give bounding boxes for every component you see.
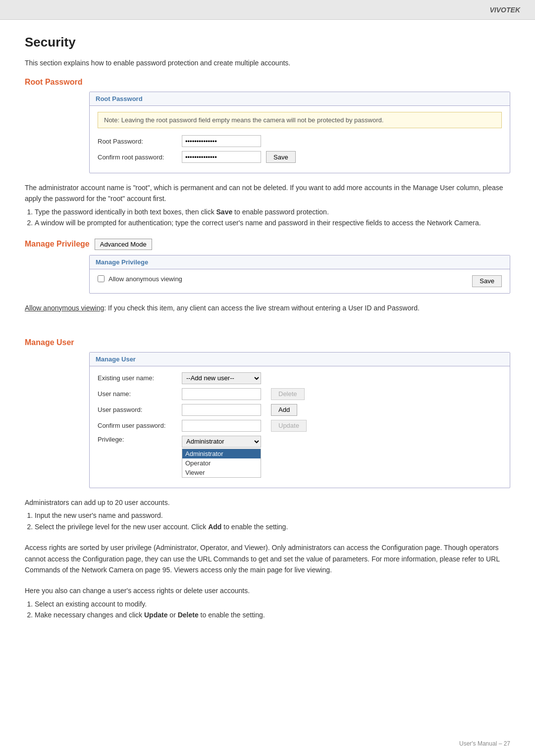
manage-user-section: Manage User Manage User Existing user na…: [25, 338, 510, 488]
privilege-control: Administrator Operator Viewer Administra…: [182, 436, 261, 478]
existing-user-label: Existing user name:: [98, 374, 182, 382]
root-password-save-button[interactable]: Save: [266, 151, 296, 163]
manage-user-panel-header: Manage User: [90, 353, 510, 366]
allow-anon-row: Allow anonymous viewing: [98, 275, 182, 283]
root-password-panel-header: Root Password: [90, 92, 510, 106]
root-password-row: Root Password:: [98, 135, 502, 147]
root-password-step-2: A window will be prompted for authentica…: [35, 217, 510, 228]
root-password-input[interactable]: [182, 135, 261, 147]
confirm-root-password-row: Confirm root password: Save: [98, 151, 502, 163]
existing-user-row: Existing user name: --Add new user--: [98, 372, 502, 384]
privilege-row: Privilege: Administrator Operator Viewer…: [98, 436, 502, 478]
manage-user-desc3: Here you also can change a user's access…: [25, 585, 510, 596]
main-content: Security This section explains how to en…: [0, 20, 535, 650]
anon-desc: Allow anonymous viewing: If you check th…: [25, 302, 510, 313]
privilege-list-viewer[interactable]: Viewer: [182, 468, 261, 477]
brand-logo: VIVOTEK: [490, 6, 520, 14]
manage-privilege-header: Manage Privilege Advanced Mode: [25, 239, 510, 250]
root-password-desc-text: The administrator account name is "root"…: [25, 182, 510, 204]
privilege-label: Privilege:: [98, 436, 182, 443]
add-button[interactable]: Add: [271, 404, 297, 416]
manage-privilege-save-button[interactable]: Save: [472, 275, 502, 287]
allow-anon-label: Allow anonymous viewing: [108, 275, 182, 283]
manage-user-step2-1: Select an existing account to modify.: [35, 599, 510, 609]
privilege-save-row: Allow anonymous viewing Save: [98, 275, 502, 287]
advanced-mode-button[interactable]: Advanced Mode: [95, 239, 152, 250]
manage-user-desc2: Access rights are sorted by user privile…: [25, 542, 510, 575]
manage-user-desc3-block: Here you also can change a user's access…: [25, 585, 510, 620]
user-name-row: User name: Delete: [98, 388, 502, 400]
manage-user-desc1: Administrators can add up to 20 user acc…: [25, 497, 510, 508]
manage-user-desc2-block: Access rights are sorted by user privile…: [25, 542, 510, 575]
anon-desc-underline: Allow anonymous viewing: [25, 304, 104, 312]
privilege-list-admin[interactable]: Administrator: [182, 449, 261, 458]
add-button-col: Add: [266, 404, 297, 416]
privilege-listbox[interactable]: Administrator Operator Viewer: [182, 449, 261, 478]
manage-privilege-panel: Manage Privilege Allow anonymous viewing…: [89, 255, 510, 294]
confirm-root-password-input[interactable]: [182, 151, 261, 163]
root-password-label: Root Password:: [98, 138, 182, 145]
manage-user-panel: Manage User Existing user name: --Add ne…: [89, 352, 510, 488]
user-buttons: Delete: [266, 388, 305, 400]
root-password-steps: Type the password identically in both te…: [35, 206, 510, 229]
allow-anon-checkbox[interactable]: [98, 275, 105, 282]
confirm-root-password-label: Confirm root password:: [98, 153, 182, 161]
update-button[interactable]: Update: [271, 420, 307, 432]
root-password-step-1: Type the password identically in both te…: [35, 206, 510, 217]
manage-user-step1-2: Select the privilege level for the new u…: [35, 521, 510, 532]
privilege-select[interactable]: Administrator Operator Viewer: [182, 436, 261, 448]
page-title: Security: [25, 35, 510, 50]
manage-user-panel-body: Existing user name: --Add new user-- Use…: [90, 366, 510, 488]
root-password-panel: Root Password Note: Leaving the root pas…: [89, 92, 510, 173]
update-button-col: Update: [266, 420, 307, 432]
manage-user-step1-1: Input the new user's name and password.: [35, 510, 510, 521]
manage-user-step2-2: Make necessary changes and click Update …: [35, 609, 510, 620]
footer-note: User's Manual – 27: [459, 740, 510, 747]
user-password-row: User password: Add: [98, 404, 502, 416]
manage-user-desc1-block: Administrators can add up to 20 user acc…: [25, 497, 510, 532]
user-name-label: User name:: [98, 390, 182, 398]
manage-user-steps2: Select an existing account to modify. Ma…: [35, 599, 510, 621]
root-password-note: Note: Leaving the root password field em…: [98, 112, 502, 128]
confirm-user-password-row: Confirm user password: Update: [98, 420, 502, 432]
root-password-panel-body: Note: Leaving the root password field em…: [90, 106, 510, 173]
manage-user-section-title: Manage User: [25, 338, 510, 347]
confirm-user-password-input[interactable]: [182, 420, 261, 432]
user-password-label: User password:: [98, 406, 182, 413]
user-name-input[interactable]: [182, 388, 261, 400]
top-bar: VIVOTEK: [0, 0, 535, 20]
confirm-user-password-label: Confirm user password:: [98, 422, 182, 429]
intro-text: This section explains how to enable pass…: [25, 59, 510, 67]
delete-button[interactable]: Delete: [271, 388, 305, 400]
manage-privilege-panel-body: Allow anonymous viewing Save: [90, 269, 510, 293]
manage-privilege-panel-header: Manage Privilege: [90, 255, 510, 269]
manage-user-steps1: Input the new user's name and password. …: [35, 510, 510, 532]
root-password-section-title: Root Password: [25, 78, 510, 87]
user-password-input[interactable]: [182, 404, 261, 416]
manage-privilege-section-title: Manage Privilege: [25, 240, 90, 249]
root-password-description: The administrator account name is "root"…: [25, 182, 510, 229]
existing-user-select[interactable]: --Add new user--: [182, 372, 261, 384]
privilege-list-operator[interactable]: Operator: [182, 458, 261, 468]
